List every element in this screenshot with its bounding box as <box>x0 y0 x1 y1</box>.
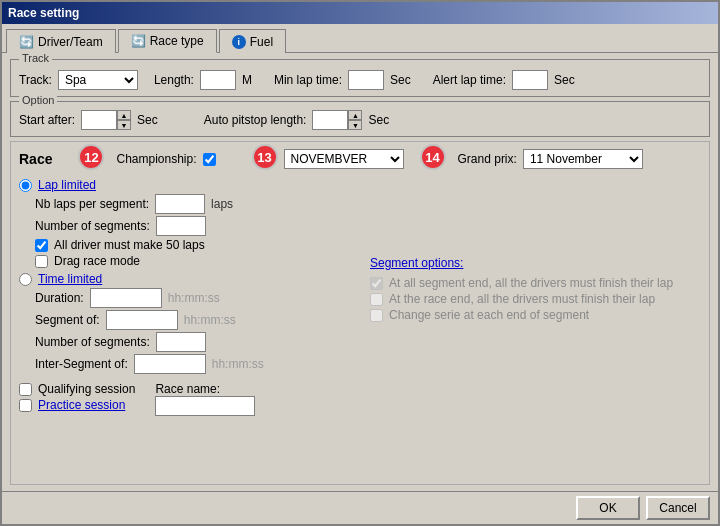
cancel-button[interactable]: Cancel <box>646 496 710 520</box>
session-options: Qualifying session Practice session <box>19 380 135 416</box>
all-driver-checkbox[interactable] <box>35 239 48 252</box>
tab-fuel[interactable]: i Fuel <box>219 29 286 53</box>
auto-pitstop-input[interactable]: 10 <box>312 110 348 130</box>
seg-opt1-checkbox[interactable] <box>370 277 383 290</box>
segment-of-unit: hh:mm:ss <box>184 313 236 327</box>
segment-of-row: Segment of: 00:00:00 hh:mm:ss <box>35 310 350 330</box>
nb-laps-unit: laps <box>211 197 233 211</box>
track-group: Track Track: Spa Length: 20 M Min lap ti… <box>10 59 710 97</box>
start-after-spinner-btns: ▲ ▼ <box>117 110 131 130</box>
bottom-left: Qualifying session Practice session Race… <box>19 380 350 416</box>
time-limited-label[interactable]: Time limited <box>38 272 102 286</box>
track-group-label: Track <box>19 53 52 64</box>
num-segments2-label: Number of segments: <box>35 335 150 349</box>
lap-limited-radio[interactable] <box>19 179 32 192</box>
tab-bar: 🔄 Driver/Team 🔄 Race type i Fuel <box>2 24 718 53</box>
auto-pitstop-up[interactable]: ▲ <box>348 110 362 120</box>
auto-pitstop-spinner-btns: ▲ ▼ <box>348 110 362 130</box>
seg-opt3-row: Change serie at each end of segment <box>370 308 701 322</box>
championship-select[interactable]: NOVEMBVER <box>284 149 404 169</box>
all-driver-row: All driver must make 50 laps <box>35 238 350 252</box>
race-section: Race 12 Championship: 13 NOVEMBVER 14 Gr… <box>10 141 710 485</box>
practice-row: Practice session <box>19 398 135 412</box>
alert-lap-unit: Sec <box>554 73 575 87</box>
num-segments-label: Number of segments: <box>35 219 150 233</box>
track-select[interactable]: Spa <box>58 70 138 90</box>
inter-segment-row: Inter-Segment of: 00:00:00 hh:mm:ss <box>35 354 350 374</box>
seg-opt3-checkbox[interactable] <box>370 309 383 322</box>
option-group-label: Option <box>19 94 57 106</box>
all-driver-label: All driver must make 50 laps <box>54 238 205 252</box>
length-input[interactable]: 20 <box>200 70 236 90</box>
time-limited-radio[interactable] <box>19 273 32 286</box>
seg-opt3-label: Change serie at each end of segment <box>389 308 589 322</box>
min-lap-input[interactable]: 1 <box>348 70 384 90</box>
seg-opt2-row: At the race end, all the drivers must fi… <box>370 292 701 306</box>
race-title: Race <box>19 151 52 167</box>
practice-label: Practice session <box>38 398 125 412</box>
num-segments-input[interactable]: 8 <box>156 216 206 236</box>
num-segments2-input[interactable]: 0 <box>156 332 206 352</box>
grand-prix-select[interactable]: 11 November <box>523 149 643 169</box>
lap-limited-label[interactable]: Lap limited <box>38 178 96 192</box>
auto-pitstop-unit: Sec <box>368 113 389 127</box>
length-label: Length: <box>154 73 194 87</box>
main-content: Track Track: Spa Length: 20 M Min lap ti… <box>2 53 718 491</box>
segment-of-label: Segment of: <box>35 313 100 327</box>
race-name-row: Race name: <box>155 382 255 396</box>
start-after-label: Start after: <box>19 113 75 127</box>
auto-pitstop-spinner: 10 ▲ ▼ <box>312 110 362 130</box>
practice-checkbox[interactable] <box>19 399 32 412</box>
race-columns: Lap limited Nb laps per segment: 50 laps… <box>19 176 701 416</box>
inter-segment-unit: hh:mm:ss <box>212 357 264 371</box>
time-limited-row: Time limited <box>19 272 350 286</box>
segment-options-title[interactable]: Segment options: <box>370 256 701 270</box>
race-type-icon: 🔄 <box>131 34 146 48</box>
right-column: Segment options: At all segment end, all… <box>360 176 701 416</box>
championship-checkbox[interactable] <box>203 153 216 166</box>
qualifying-label: Qualifying session <box>38 382 135 396</box>
nb-laps-input[interactable]: 50 <box>155 194 205 214</box>
left-column: Lap limited Nb laps per segment: 50 laps… <box>19 176 350 416</box>
num-segments-row: Number of segments: 8 <box>35 216 350 236</box>
seg-opt1-row: At all segment end, all the drivers must… <box>370 276 701 290</box>
duration-input[interactable]: 00:00:00 <box>90 288 162 308</box>
driver-team-icon: 🔄 <box>19 35 34 49</box>
inter-segment-input[interactable]: 00:00:00 <box>134 354 206 374</box>
race-header: Race 12 Championship: 13 NOVEMBVER 14 Gr… <box>19 146 701 172</box>
start-after-unit: Sec <box>137 113 158 127</box>
ok-button[interactable]: OK <box>576 496 640 520</box>
tab-driver-team[interactable]: 🔄 Driver/Team <box>6 29 116 53</box>
race-setting-window: Race setting 🔄 Driver/Team 🔄 Race type i… <box>0 0 720 526</box>
length-unit: M <box>242 73 252 87</box>
lap-limited-row: Lap limited <box>19 178 350 192</box>
grand-prix-label: Grand prix: <box>458 152 517 166</box>
badge-14: 14 <box>420 144 446 170</box>
drag-race-row: Drag race mode <box>35 254 350 268</box>
seg-opt1-label: At all segment end, all the drivers must… <box>389 276 673 290</box>
race-name-group: Race name: Serie <box>155 380 255 416</box>
seg-opt2-checkbox[interactable] <box>370 293 383 306</box>
start-after-input[interactable]: 05 <box>81 110 117 130</box>
fuel-icon: i <box>232 35 246 49</box>
nb-laps-label: Nb laps per segment: <box>35 197 149 211</box>
nb-laps-row: Nb laps per segment: 50 laps <box>35 194 350 214</box>
start-after-down[interactable]: ▼ <box>117 120 131 130</box>
drag-race-label: Drag race mode <box>54 254 140 268</box>
alert-lap-input[interactable]: 20 <box>512 70 548 90</box>
qualifying-checkbox[interactable] <box>19 383 32 396</box>
inter-segment-label: Inter-Segment of: <box>35 357 128 371</box>
badge-13: 13 <box>252 144 278 170</box>
num-segments2-row: Number of segments: 0 <box>35 332 350 352</box>
drag-race-checkbox[interactable] <box>35 255 48 268</box>
title-bar: Race setting <box>2 2 718 24</box>
duration-label: Duration: <box>35 291 84 305</box>
duration-row: Duration: 00:00:00 hh:mm:ss <box>35 288 350 308</box>
race-name-input[interactable]: Serie <box>155 396 255 416</box>
segment-of-input[interactable]: 00:00:00 <box>106 310 178 330</box>
tab-race-type[interactable]: 🔄 Race type <box>118 29 217 53</box>
track-label: Track: <box>19 73 52 87</box>
start-after-up[interactable]: ▲ <box>117 110 131 120</box>
auto-pitstop-down[interactable]: ▼ <box>348 120 362 130</box>
bottom-bar: OK Cancel <box>2 491 718 524</box>
